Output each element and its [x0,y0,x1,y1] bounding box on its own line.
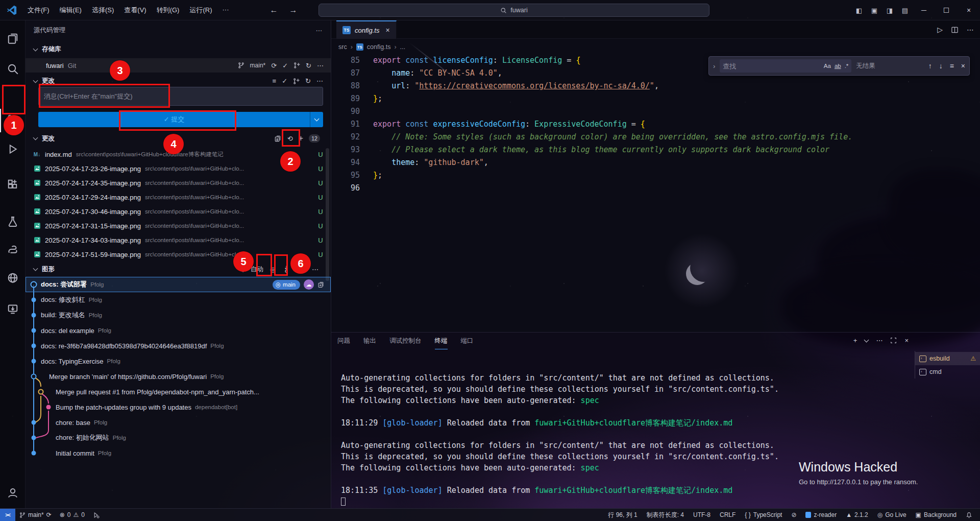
commit-row[interactable]: docs: re-3f6b7a98428dfb05398d79b4024646e… [26,338,331,353]
commit-row[interactable]: Initial commit Pfolg [26,445,331,461]
repo-row[interactable]: fuwari Git main* ⟳ ✓ ↻ ⋯ [26,58,331,73]
discard-changes-icon[interactable]: ⟲ [287,135,293,143]
menu-item[interactable]: 编辑(E) [55,3,87,17]
toggle-secondary-sidebar-icon[interactable]: ◨ [882,7,897,14]
regex-toggle[interactable]: .* [845,63,849,69]
target-icon[interactable]: ◎ [270,266,276,273]
commit-row[interactable]: docs: del example Pfolg [26,323,331,338]
remote-explorer-icon[interactable] [0,297,26,321]
z-reader[interactable]: z-reader [801,509,841,521]
push-icon[interactable] [297,265,305,274]
sync-icon[interactable]: ⟳ [271,62,277,69]
back-icon[interactable]: ← [270,6,278,15]
commit-row[interactable]: Merge branch 'main' of https://github.co… [26,369,331,384]
status-branch[interactable]: main* ⟳ [15,509,56,521]
menu-item[interactable]: 查看(V) [119,3,151,17]
terminal-list-item[interactable]: › esbuild ⚠ [915,352,980,365]
maximize-button[interactable]: ☐ [935,0,958,20]
pull-icon[interactable] [282,265,290,274]
debug-status-icon[interactable] [89,509,104,521]
graph-section-header[interactable]: 图形 自动 ◎ ⋯ [26,262,331,277]
new-terminal-icon[interactable]: + [853,337,857,344]
change-row[interactable]: M↓ 2025-07-24-17-30-46-image.png src\con… [26,204,331,219]
cloud-icon[interactable]: ☁ [304,279,314,290]
breadcrumb[interactable]: src › TS config.ts › ... [338,41,405,53]
editor-more-icon[interactable]: ⋯ [967,26,974,34]
extensions-icon[interactable] [0,173,26,196]
change-row[interactable]: M↓ 2025-07-24-17-34-03-image.png src\con… [26,233,331,247]
breadcrumb-more[interactable]: ... [400,43,405,51]
commit-row[interactable]: Merge pull request #1 from Pfolg/dependa… [26,384,331,399]
commit-message-input[interactable] [38,87,323,106]
go-live[interactable]: ◎Go Live [873,509,911,521]
commit-row[interactable]: chore: base Pfolg [26,415,331,430]
menu-item[interactable]: ··· [217,3,234,17]
notifications-bell[interactable] [961,509,977,521]
sidebar-scrollbar[interactable] [326,148,329,281]
panel-more-icon[interactable]: ⋯ [876,337,883,344]
panel-tab[interactable]: 输出 [363,337,376,349]
commit-check-icon[interactable]: ✓ [282,77,287,85]
run-debug-icon[interactable] [0,137,26,161]
menu-item[interactable]: 运行(R) [184,3,217,17]
remote-indicator[interactable]: >< [0,509,15,521]
split-editor-icon[interactable] [951,26,959,34]
menu-item[interactable]: 选择(S) [87,3,119,17]
testing-icon[interactable] [0,210,26,233]
forward-icon[interactable]: → [289,6,297,15]
change-row[interactable]: M↓ 2025-07-24-17-51-59-image.png src\con… [26,247,331,262]
prev-match-icon[interactable]: ↑ [928,62,932,70]
stage-all-icon[interactable]: + [299,134,303,143]
branch-badge[interactable]: ◎main [273,280,300,290]
toggle-panel-icon[interactable]: ▣ [867,7,882,14]
terminal-list-item[interactable]: › cmd [915,365,980,378]
background-extension[interactable]: ▣Background [911,509,961,521]
menu-item[interactable]: 文件(F) [22,3,55,17]
commit-row[interactable]: Bump the patch-updates group with 9 upda… [26,399,331,415]
repo-more-icon[interactable]: ⋯ [317,62,324,69]
globe-icon[interactable] [0,266,26,290]
toggle-sidebar-icon[interactable]: ◧ [851,7,867,14]
tab-close-icon[interactable]: × [385,26,389,34]
breadcrumb-file[interactable]: config.ts [367,43,391,51]
status-problems[interactable]: ⊗ 0 ⚠ 0 [56,509,89,521]
changes-header-top[interactable]: 更改 ≡ ✓ ↻ ⋯ [34,77,323,85]
panel-tab[interactable]: 调试控制台 [389,337,422,349]
close-find-icon[interactable]: × [961,62,965,70]
next-match-icon[interactable]: ↓ [939,62,943,70]
sidebar-more-icon[interactable]: ⋯ [316,27,323,34]
commit-button[interactable]: ✓ 提交 [38,112,323,127]
minimize-button[interactable]: ─ [913,0,935,20]
run-file-icon[interactable]: ▷ [937,26,943,34]
graph-more-icon[interactable]: ⋯ [312,266,318,273]
commit-dropdown-button[interactable] [310,112,323,127]
refresh-icon[interactable]: ↻ [306,62,311,69]
whole-word-toggle[interactable]: ab [835,63,841,69]
menu-item[interactable]: 转到(G) [152,3,185,17]
search-sidebar-icon[interactable] [0,57,26,81]
commit-row[interactable]: docs: TypingExercise Pfolg [26,353,331,369]
maximize-panel-icon[interactable] [890,337,897,344]
commit-row[interactable]: build: 更改域名 Pfolg [26,307,331,323]
encoding[interactable]: UTF-8 [689,509,715,521]
breadcrumb-root[interactable]: src [338,43,347,51]
panel-tab[interactable]: 问题 [337,337,350,349]
change-row[interactable]: M↓ 2025-07-24-17-29-24-image.png src\con… [26,190,331,204]
open-changes-icon[interactable] [317,281,325,289]
open-all-changes-icon[interactable] [274,135,282,143]
tab-config-ts[interactable]: TS config.ts × [336,20,397,39]
panel-tab[interactable]: 终端 [435,337,448,349]
prettier-status-icon[interactable]: ⊘ [787,509,801,521]
find-input[interactable] [723,62,820,70]
commit-row[interactable]: docs: 尝试部署 Pfolg ◎main ☁ [26,277,331,292]
commit-row[interactable]: chore: 初始化网站 Pfolg [26,430,331,445]
changes-more-icon[interactable]: ⋯ [316,77,323,85]
cursor-position[interactable]: 行 96, 列 1 [603,509,642,521]
change-row[interactable]: M↓ index.md src\content\posts\fuwari+Git… [26,147,331,161]
branch-create-icon[interactable] [293,78,300,85]
eol[interactable]: CRLF [715,509,740,521]
explorer-icon[interactable] [0,27,26,50]
customize-layout-icon[interactable]: ▤ [897,7,913,14]
repos-section-header[interactable]: 存储库 [34,45,61,54]
panel-tab[interactable]: 端口 [461,337,474,349]
